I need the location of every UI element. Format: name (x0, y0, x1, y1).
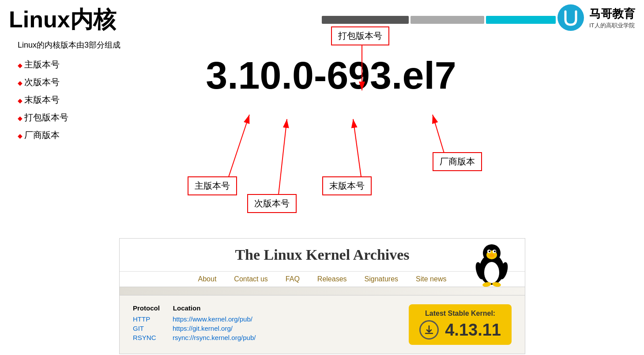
brand-text: 马哥教育 IT人的高职业学院 (589, 6, 635, 30)
brand-subtitle: IT人的高职业学院 (589, 22, 635, 30)
kernel-header: The Linux Kernel Archives (120, 239, 525, 271)
progress-bar-container (322, 16, 556, 24)
url-http[interactable]: https://www.kernel.org/pub/ (173, 315, 252, 323)
kernel-nav: About Contact us FAQ Releases Signatures… (120, 271, 525, 287)
intro-text: Linux的内核版本由3部分组成 (18, 40, 141, 50)
svg-point-12 (489, 250, 490, 252)
bullet-list: 主版本号 次版本号 末版本号 打包版本号 厂商版本 (18, 56, 141, 144)
left-panel: Linux的内核版本由3部分组成 主版本号 次版本号 末版本号 打包版本号 厂商… (18, 40, 141, 144)
main-content: Linux的内核版本由3部分组成 主版本号 次版本号 末版本号 打包版本号 厂商… (0, 40, 644, 353)
nav-about[interactable]: About (198, 275, 217, 283)
nav-contact[interactable]: Contact us (234, 275, 267, 283)
version-number: 3.10.0-693.el7 (206, 53, 456, 98)
latest-version-number: 4.13.11 (445, 321, 501, 340)
bullet-major: 主版本号 (18, 56, 141, 73)
svg-point-14 (489, 254, 494, 257)
svg-point-7 (484, 262, 499, 283)
table-header: Protocol Location (133, 304, 256, 312)
progress-bar-dark (322, 16, 409, 24)
progress-bar-blue (486, 16, 556, 24)
table-row: HTTP https://www.kernel.org/pub/ (133, 315, 256, 323)
bullet-minor: 次版本号 (18, 73, 141, 91)
col2-header: Location (173, 304, 201, 312)
bullet-patch: 末版本号 (18, 91, 141, 108)
bullet-vendor: 厂商版本 (18, 126, 141, 144)
annotation-package: 打包版本号 (331, 26, 389, 45)
nav-signatures[interactable]: Signatures (365, 275, 399, 283)
annotation-vendor: 厂商版本 (433, 152, 482, 171)
bullet-package: 打包版本号 (18, 108, 141, 126)
brand-logo: 马哥教育 IT人的高职业学院 (557, 4, 635, 31)
page-title: Linux内核 (9, 4, 116, 35)
svg-point-13 (494, 250, 496, 252)
annotation-major: 主版本号 (188, 176, 237, 195)
kernel-content: Protocol Location HTTP https://www.kerne… (120, 295, 525, 354)
latest-kernel-version: 4.13.11 (419, 320, 501, 340)
latest-kernel-label: Latest Stable Kernel: (425, 310, 495, 318)
download-icon[interactable] (419, 320, 439, 340)
kernel-title: The Linux Kernel Archives (235, 247, 409, 263)
annotation-patch: 末版本号 (322, 176, 372, 195)
nav-faq[interactable]: FAQ (286, 275, 300, 283)
progress-bar-gray (411, 16, 484, 24)
kernel-divider (120, 287, 525, 295)
protocol-table: Protocol Location HTTP https://www.kerne… (133, 304, 256, 345)
table-row: GIT https://git.kernel.org/ (133, 325, 256, 332)
table-row: RSYNC rsync://rsync.kernel.org/pub/ (133, 334, 256, 341)
protocol-git[interactable]: GIT (133, 325, 159, 332)
brand-icon (557, 4, 584, 31)
nav-releases[interactable]: Releases (317, 275, 347, 283)
version-display-area: 3.10.0-693.el7 打包版本号 主版本号 (141, 26, 521, 212)
protocol-rsync[interactable]: RSYNC (133, 334, 159, 341)
svg-line-2 (278, 119, 287, 198)
kernel-website: The Linux Kernel Archives (119, 238, 525, 354)
nav-site-news[interactable]: Site news (416, 275, 446, 283)
tux-logo (472, 241, 512, 289)
protocol-http[interactable]: HTTP (133, 315, 159, 323)
svg-line-1 (227, 115, 249, 181)
annotation-minor: 次版本号 (247, 194, 297, 213)
svg-line-3 (353, 119, 362, 183)
url-git[interactable]: https://git.kernel.org/ (173, 325, 233, 332)
col1-header: Protocol (133, 304, 160, 312)
url-rsync[interactable]: rsync://rsync.kernel.org/pub/ (173, 334, 256, 341)
latest-kernel-box: Latest Stable Kernel: 4.13.11 (409, 304, 512, 345)
brand-name: 马哥教育 (589, 6, 635, 22)
